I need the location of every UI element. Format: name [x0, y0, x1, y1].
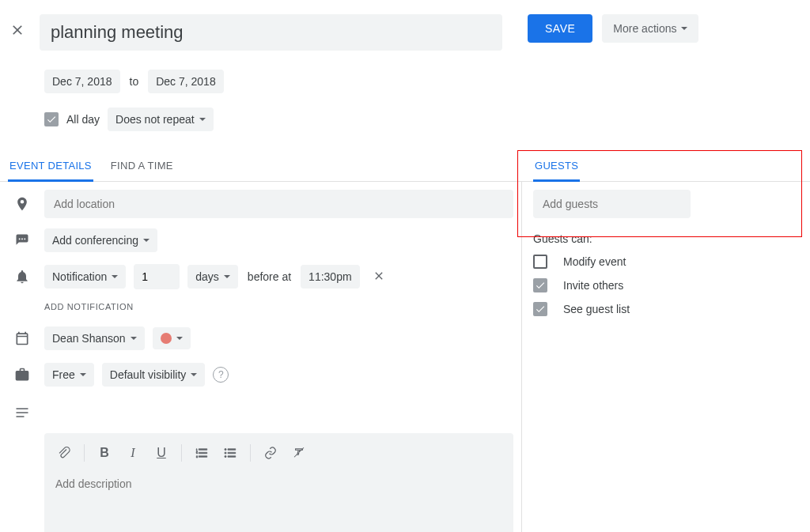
help-icon[interactable]: ?	[213, 367, 229, 383]
allday-checkbox[interactable]	[44, 112, 59, 126]
svg-point-0	[225, 448, 226, 450]
save-button[interactable]: SAVE	[528, 14, 592, 43]
chevron-down-icon	[112, 275, 118, 278]
attach-icon[interactable]	[51, 440, 78, 466]
clear-formatting-icon[interactable]	[286, 440, 312, 466]
notification-count-input[interactable]	[134, 264, 180, 289]
start-date-chip[interactable]: Dec 7, 2018	[44, 70, 120, 93]
chevron-down-icon	[224, 275, 230, 278]
visibility-label: Default visibility	[110, 368, 186, 381]
chevron-down-icon	[199, 118, 206, 121]
modify-event-label: Modify event	[563, 255, 626, 268]
briefcase-icon	[8, 367, 36, 383]
end-date-chip[interactable]: Dec 7, 2018	[148, 70, 224, 93]
repeat-label: Does not repeat	[115, 113, 195, 126]
location-icon	[8, 196, 36, 212]
description-editor[interactable]: B I U Add description	[44, 433, 513, 532]
bold-icon[interactable]: B	[91, 440, 118, 466]
allday-label: All day	[66, 113, 100, 126]
chevron-down-icon	[80, 373, 86, 376]
bulleted-list-icon[interactable]	[217, 440, 244, 466]
numbered-list-icon[interactable]	[188, 440, 215, 466]
invite-others-label: Invite others	[563, 279, 623, 292]
visibility-select[interactable]: Default visibility	[102, 363, 205, 387]
availability-select[interactable]: Free	[44, 363, 94, 387]
guests-can-label: Guests can:	[533, 232, 794, 245]
notification-unit-select[interactable]: days	[187, 265, 238, 289]
color-swatch	[161, 333, 172, 344]
calendar-owner-select[interactable]: Dean Shanson	[44, 326, 145, 350]
more-actions-button[interactable]: More actions	[602, 14, 698, 43]
invite-others-checkbox[interactable]	[533, 278, 547, 292]
location-input[interactable]	[44, 190, 513, 218]
calendar-icon	[8, 330, 36, 346]
description-placeholder: Add description	[44, 473, 513, 495]
separator	[181, 444, 182, 462]
notification-before-at-label: before at	[246, 270, 293, 283]
event-title-input[interactable]	[40, 14, 502, 51]
description-icon	[8, 405, 36, 421]
close-icon[interactable]	[8, 21, 27, 40]
add-guests-input[interactable]	[533, 190, 691, 218]
tab-find-a-time[interactable]: FIND A TIME	[109, 160, 175, 181]
italic-icon[interactable]: I	[119, 440, 146, 466]
more-actions-label: More actions	[613, 22, 676, 35]
remove-notification-button[interactable]	[368, 270, 390, 285]
see-guest-list-checkbox[interactable]	[533, 302, 547, 316]
chevron-down-icon	[681, 27, 687, 30]
conferencing-icon	[8, 232, 36, 248]
chevron-down-icon	[176, 337, 183, 340]
tab-event-details[interactable]: EVENT DETAILS	[8, 160, 93, 182]
notification-type-select[interactable]: Notification	[44, 265, 126, 289]
to-label: to	[128, 75, 141, 88]
conferencing-select[interactable]: Add conferencing	[44, 228, 157, 252]
notification-time-chip[interactable]: 11:30pm	[301, 265, 359, 289]
repeat-select[interactable]: Does not repeat	[108, 108, 214, 131]
svg-point-1	[225, 452, 226, 454]
link-icon[interactable]	[257, 440, 284, 466]
chevron-down-icon	[191, 373, 197, 376]
tab-guests[interactable]: GUESTS	[533, 160, 580, 182]
notification-unit-label: days	[195, 270, 219, 283]
separator	[250, 444, 251, 462]
see-guest-list-label: See guest list	[563, 303, 630, 315]
availability-label: Free	[52, 368, 75, 381]
color-select[interactable]	[153, 327, 191, 349]
add-notification-button[interactable]: ADD NOTIFICATION	[0, 291, 521, 316]
svg-point-2	[225, 455, 226, 457]
underline-icon[interactable]: U	[148, 440, 175, 466]
conferencing-label: Add conferencing	[52, 234, 138, 247]
chevron-down-icon	[143, 239, 150, 242]
notification-type-label: Notification	[52, 270, 107, 283]
modify-event-checkbox[interactable]	[533, 255, 547, 269]
calendar-owner-label: Dean Shanson	[52, 332, 126, 345]
separator	[84, 444, 85, 462]
notification-icon	[8, 269, 36, 285]
chevron-down-icon	[131, 337, 137, 340]
